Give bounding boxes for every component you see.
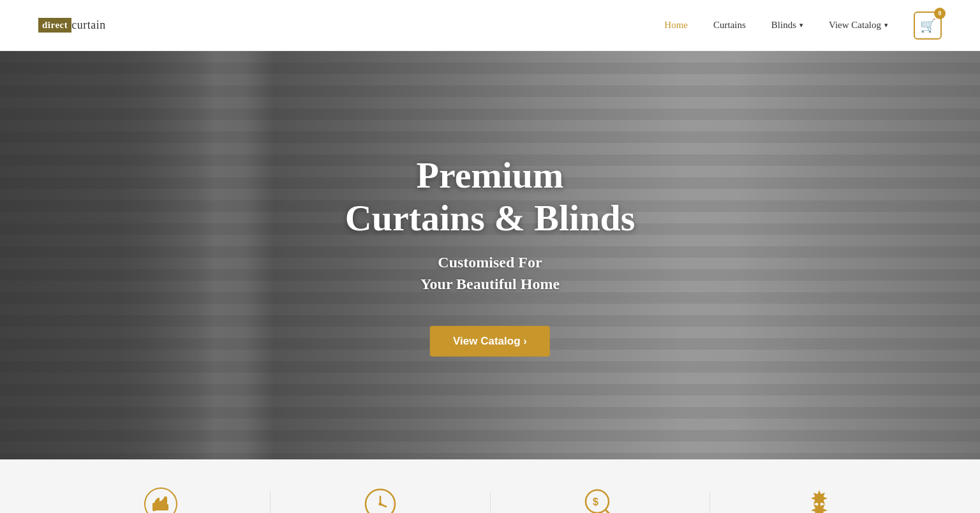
nav: Home Curtains Blinds ▾ View Catalog ▾ 🛒 … bbox=[664, 11, 942, 40]
svg-point-5 bbox=[378, 503, 382, 506]
svg-point-9 bbox=[815, 494, 824, 503]
nav-blinds-dropdown[interactable]: Blinds ▾ bbox=[771, 20, 803, 31]
cart-icon: 🛒 bbox=[920, 18, 936, 33]
svg-rect-1 bbox=[152, 503, 156, 511]
feature-instant-estimate: Instant Estimate bbox=[271, 487, 489, 513]
nav-curtains[interactable]: Curtains bbox=[713, 20, 746, 31]
hero-content: Premium Curtains & Blinds Customised For… bbox=[345, 154, 635, 357]
nav-home[interactable]: Home bbox=[664, 20, 688, 31]
chevron-down-icon: ▾ bbox=[799, 21, 803, 29]
cart-button[interactable]: 🛒 0 bbox=[914, 11, 942, 40]
feature-convenient-catalog: Convenient Online Catalog bbox=[51, 487, 270, 513]
svg-line-8 bbox=[606, 510, 612, 513]
hero-title: Premium Curtains & Blinds bbox=[345, 154, 635, 239]
logo-text: curtain bbox=[71, 19, 105, 32]
hero-section: Premium Curtains & Blinds Customised For… bbox=[0, 51, 980, 459]
thumbs-up-icon bbox=[144, 487, 177, 513]
svg-text:$: $ bbox=[593, 496, 598, 507]
logo-box: direct bbox=[38, 18, 71, 33]
nav-catalog-label: View Catalog bbox=[829, 20, 881, 31]
header: direct curtain Home Curtains Blinds ▾ Vi… bbox=[0, 0, 980, 51]
hero-cta-button[interactable]: View Catalog › bbox=[430, 325, 550, 356]
dollar-search-icon: $ bbox=[583, 487, 616, 513]
features-bar: Convenient Online Catalog Instant Estima… bbox=[0, 459, 980, 513]
feature-service-guarantee: Service Guarantee bbox=[710, 487, 929, 513]
badge-star-icon bbox=[803, 487, 836, 513]
chevron-down-icon: ▾ bbox=[884, 21, 888, 29]
nav-view-catalog-dropdown[interactable]: View Catalog ▾ bbox=[829, 20, 888, 31]
clock-icon bbox=[364, 487, 397, 513]
hero-subtitle: Customised For Your Beautiful Home bbox=[345, 252, 635, 295]
logo[interactable]: direct curtain bbox=[38, 18, 106, 33]
cart-badge: 0 bbox=[934, 8, 946, 19]
feature-transparent-pricing: $ Transparent Fair Pricing bbox=[491, 487, 709, 513]
nav-blinds-label: Blinds bbox=[771, 20, 796, 31]
